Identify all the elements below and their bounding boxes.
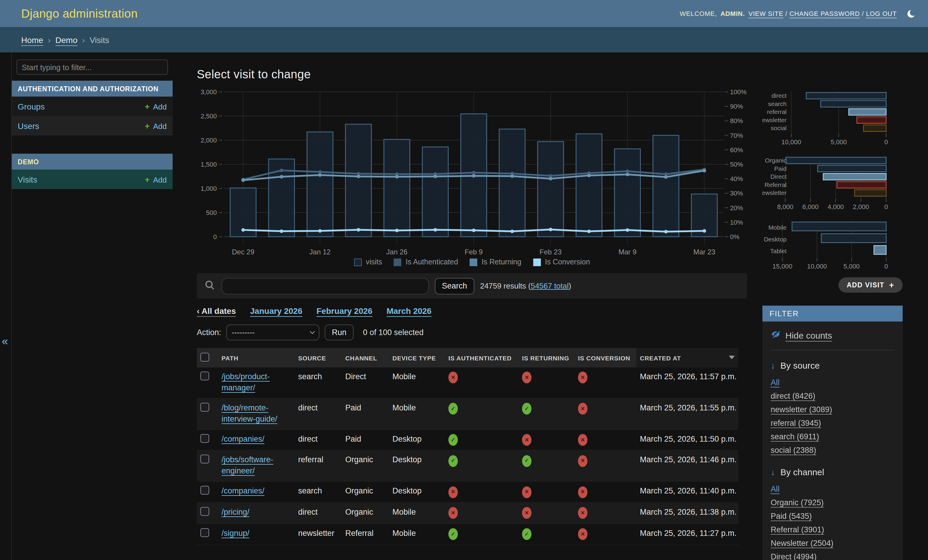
- svg-text:10%: 10%: [730, 219, 743, 226]
- month-link-february-2026[interactable]: February 2026: [316, 306, 372, 316]
- column-header-path[interactable]: PATH: [218, 348, 295, 367]
- row-checkbox[interactable]: [200, 455, 209, 464]
- run-action-button[interactable]: Run: [325, 324, 354, 340]
- cell-channel: Organic: [342, 450, 389, 482]
- show-all-link[interactable]: 54567 total: [531, 282, 569, 290]
- sidebar-item-visits[interactable]: Visits+ Add: [12, 170, 172, 189]
- path-link[interactable]: /blog/remote-interview-guide/: [221, 403, 277, 423]
- svg-text:40%: 40%: [730, 175, 743, 183]
- sort-descending-icon[interactable]: [729, 355, 735, 359]
- column-header-is-conversion[interactable]: IS CONVERSION: [574, 348, 636, 367]
- model-link[interactable]: Groups: [18, 102, 45, 111]
- sidebar-item-groups[interactable]: Groups+ Add: [12, 97, 172, 116]
- path-link[interactable]: /companies/: [221, 434, 264, 443]
- breadcrumb-link-home[interactable]: Home: [21, 35, 43, 44]
- column-header-channel[interactable]: CHANNEL: [342, 348, 389, 367]
- add-visits-link[interactable]: + Add: [145, 175, 167, 184]
- filter-link[interactable]: All: [771, 485, 780, 493]
- filter-group: ↓By sourceAlldirect (8426)newsletter (30…: [771, 361, 894, 457]
- filter-option: social (2388): [771, 443, 894, 457]
- filter-link[interactable]: referral (3945): [771, 418, 821, 428]
- filter-link[interactable]: newsletter (3089): [771, 405, 832, 414]
- add-visit-button[interactable]: ADD VISIT +: [838, 277, 903, 293]
- sidebar-item-users[interactable]: Users+ Add: [12, 116, 172, 135]
- breadcrumb-current: Visits: [90, 35, 109, 44]
- row-checkbox[interactable]: [200, 434, 209, 443]
- chart-legend: visitsIs AuthenticatedIs ReturningIs Con…: [197, 258, 747, 266]
- all-dates-link[interactable]: ‹ All dates: [197, 306, 236, 316]
- add-groups-link[interactable]: + Add: [145, 102, 167, 111]
- svg-text:Mar 23: Mar 23: [693, 248, 715, 254]
- plus-icon: +: [145, 121, 150, 131]
- filter-link[interactable]: Direct (4994): [771, 552, 817, 560]
- by-source-chart: 10,0005,0000directsearchreferralnewslett…: [762, 90, 903, 145]
- svg-text:Jan 12: Jan 12: [309, 248, 331, 254]
- add-users-link[interactable]: + Add: [145, 121, 167, 131]
- column-header-is-authenticated[interactable]: IS AUTHENTICATED: [445, 348, 519, 367]
- table-row: /companies/directPaidDesktop✓✕✕March 25,…: [197, 429, 738, 450]
- visits-chart-canvas: 05001,0001,5002,0002,5003,0000%10%20%30%…: [197, 86, 747, 254]
- month-link-january-2026[interactable]: January 2026: [250, 306, 302, 316]
- select-all-checkbox[interactable]: [200, 353, 209, 362]
- path-link[interactable]: /companies/: [221, 486, 264, 495]
- column-header-is-returning[interactable]: IS RETURNING: [519, 348, 574, 367]
- row-checkbox[interactable]: [200, 507, 209, 516]
- breadcrumb-link-demo[interactable]: Demo: [55, 35, 78, 44]
- cell-channel: Direct: [342, 367, 389, 398]
- theme-toggle-moon-icon[interactable]: [906, 9, 916, 18]
- filter-link[interactable]: search (6911): [771, 432, 819, 441]
- svg-text:8,000: 8,000: [777, 203, 794, 210]
- usertool-link-view-site[interactable]: VIEW SITE: [748, 10, 783, 17]
- filter-link[interactable]: Referral (3901): [771, 525, 824, 534]
- cell-channel: Organic: [342, 481, 389, 502]
- site-title[interactable]: Django administration: [21, 7, 137, 20]
- svg-text:0: 0: [213, 233, 217, 240]
- filter-link[interactable]: Organic (7925): [771, 498, 824, 507]
- legend-item[interactable]: visits: [354, 258, 382, 266]
- svg-text:10,000: 10,000: [807, 263, 827, 270]
- model-link[interactable]: Users: [18, 121, 39, 131]
- path-link[interactable]: /jobs/software-engineer/: [221, 455, 273, 475]
- svg-text:80%: 80%: [730, 117, 743, 125]
- row-checkbox[interactable]: [200, 403, 209, 412]
- result-table: PATHSOURCECHANNELDEVICE TYPEIS AUTHENTIC…: [197, 348, 738, 545]
- model-link[interactable]: Visits: [18, 175, 37, 184]
- column-header-source[interactable]: SOURCE: [295, 348, 342, 367]
- cell-created-at: March 25, 2026, 11:27 p.m.: [636, 524, 738, 545]
- usertool-link-change-password[interactable]: CHANGE PASSWORD: [789, 10, 860, 17]
- filter-link[interactable]: Paid (5435): [771, 512, 812, 520]
- yes-icon: ✓: [522, 528, 531, 540]
- filter-link[interactable]: social (2388): [771, 446, 817, 455]
- legend-item[interactable]: Is Authenticated: [394, 258, 458, 266]
- column-header-device-type[interactable]: DEVICE TYPE: [389, 348, 445, 367]
- no-icon: ✕: [578, 403, 588, 415]
- sidebar-collapse-toggle[interactable]: «: [2, 335, 8, 348]
- search-input[interactable]: [221, 278, 429, 294]
- sidebar-collapse-strip: «: [0, 52, 12, 560]
- filter-link[interactable]: direct (8426): [771, 392, 815, 400]
- yes-icon: ✓: [522, 403, 531, 415]
- search-button[interactable]: Search: [435, 278, 474, 294]
- filter-group-heading: ↓By channel: [771, 467, 894, 477]
- path-link[interactable]: /pricing/: [221, 508, 250, 516]
- path-link[interactable]: /signup/: [221, 529, 250, 538]
- no-icon: ✕: [449, 372, 458, 383]
- action-select[interactable]: ---------: [227, 324, 320, 340]
- row-checkbox[interactable]: [200, 371, 209, 380]
- filter-link[interactable]: All: [771, 378, 780, 387]
- sidebar-filter-input[interactable]: [17, 59, 168, 75]
- hide-counts-link[interactable]: Hide counts: [785, 330, 832, 340]
- cell-source: direct: [295, 398, 342, 429]
- row-checkbox[interactable]: [200, 528, 209, 537]
- usertool-link-log-out[interactable]: LOG OUT: [866, 10, 897, 17]
- filter-link[interactable]: Newsletter (2504): [771, 539, 833, 548]
- legend-item[interactable]: Is Conversion: [533, 258, 590, 266]
- row-checkbox[interactable]: [200, 486, 209, 495]
- column-header-created-at[interactable]: CREATED AT: [636, 348, 738, 367]
- legend-item[interactable]: Is Returning: [470, 258, 522, 266]
- cell-created-at: March 25, 2026, 11:40 p.m.: [636, 481, 738, 502]
- legend-swatch: [533, 258, 541, 266]
- svg-text:Organic: Organic: [765, 157, 787, 164]
- path-link[interactable]: /jobs/product-manager/: [221, 372, 270, 392]
- month-link-march-2026[interactable]: March 2026: [386, 306, 432, 316]
